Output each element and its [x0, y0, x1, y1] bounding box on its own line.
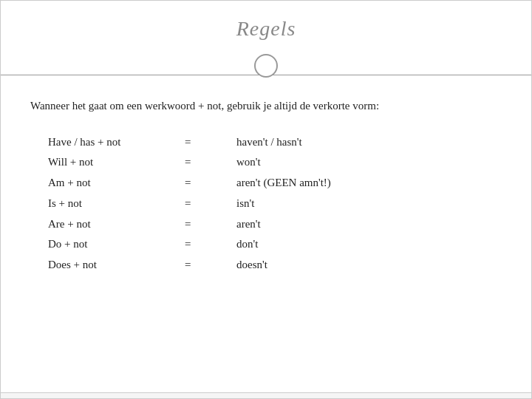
- rule-left: Have / has + not: [48, 132, 177, 153]
- page-title: Regels: [30, 17, 502, 41]
- rule-eq: =: [177, 255, 236, 276]
- rule-left: Are + not: [48, 214, 177, 235]
- rule-eq: =: [177, 173, 236, 194]
- rule-left: Am + not: [48, 173, 177, 194]
- rule-right: haven't / hasn't: [236, 132, 302, 153]
- list-item: Is + not=isn't: [48, 194, 502, 214]
- list-item: Are + not=aren't: [48, 214, 502, 235]
- rule-right: don't: [236, 234, 258, 255]
- rule-left: Will + not: [48, 152, 177, 173]
- rule-left: Is + not: [48, 194, 177, 214]
- list-item: Am + not=aren't (GEEN amn't!): [48, 173, 502, 194]
- circle-decoration: [254, 54, 278, 78]
- main-content: Wanneer het gaat om een werkwoord + not,…: [1, 75, 531, 392]
- rule-right: aren't: [236, 214, 261, 235]
- rule-right: isn't: [236, 194, 254, 214]
- rule-eq: =: [177, 132, 236, 153]
- intro-text: Wanneer het gaat om een werkwoord + not,…: [30, 98, 502, 115]
- bottom-border: [1, 392, 531, 398]
- list-item: Will + not=won't: [48, 152, 502, 173]
- rule-eq: =: [177, 234, 236, 255]
- rule-eq: =: [177, 214, 236, 235]
- list-item: Have / has + not=haven't / hasn't: [48, 132, 502, 153]
- rule-left: Does + not: [48, 255, 177, 276]
- list-item: Do + not=don't: [48, 234, 502, 255]
- rule-left: Do + not: [48, 234, 177, 255]
- header: Regels: [1, 1, 531, 75]
- rule-right: won't: [236, 152, 261, 173]
- page: Regels Wanneer het gaat om een werkwoord…: [0, 0, 532, 399]
- rule-right: aren't (GEEN amn't!): [236, 173, 331, 194]
- list-item: Does + not=doesn't: [48, 255, 502, 276]
- rules-list: Have / has + not=haven't / hasn'tWill + …: [30, 132, 502, 276]
- rule-eq: =: [177, 194, 236, 214]
- rule-eq: =: [177, 152, 236, 173]
- rule-right: doesn't: [236, 255, 267, 276]
